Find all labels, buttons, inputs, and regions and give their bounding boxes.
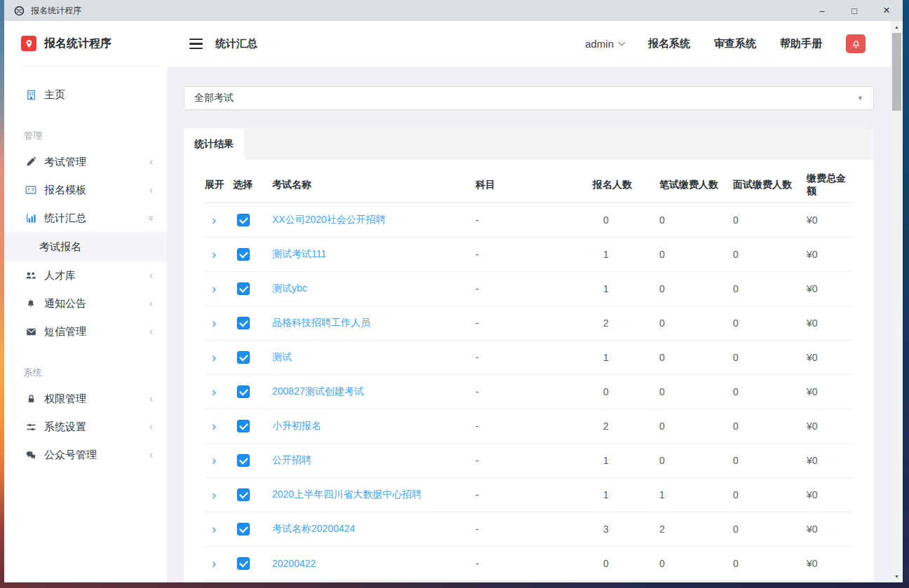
row-checkbox[interactable] (237, 248, 250, 261)
exam-name-link[interactable]: 小升初报名 (272, 420, 321, 431)
row-checkbox[interactable] (237, 488, 250, 501)
exam-name-link[interactable]: 测试考试111 (272, 248, 326, 259)
exam-filter-value: 全部考试 (194, 92, 234, 104)
sidebar-subitem-exam-registration[interactable]: 考试报名 (4, 232, 167, 261)
scroll-up-icon[interactable]: ▲ (891, 25, 903, 29)
exam-name-link[interactable]: 品格科技招聘工作人员 (272, 317, 370, 328)
subject-cell: - (476, 421, 593, 432)
expand-row-icon[interactable]: › (212, 282, 216, 296)
sidebar-section-management: 管理 (4, 130, 167, 142)
exam-name-link[interactable]: 2020上半年四川省大数据中心招聘 (272, 488, 422, 500)
mail-icon (25, 327, 36, 337)
col-written-paid: 笔试缴费人数 (659, 179, 733, 191)
total-fee-cell: ¥0 (807, 386, 853, 397)
sidebar-item-permission-management[interactable]: 权限管理 ‹ (4, 385, 167, 413)
nav-help-manual[interactable]: 帮助手册 (780, 37, 822, 50)
interview-paid-cell: 0 (733, 558, 807, 569)
vertical-scrollbar[interactable]: ▲ ▼ (891, 21, 903, 582)
maximize-button[interactable]: □ (838, 0, 870, 21)
table-row: › 品格科技招聘工作人员 - 2 0 0 ¥0 (205, 306, 853, 341)
interview-paid-cell: 0 (733, 352, 807, 363)
sidebar-item-statistics-summary[interactable]: 统计汇总 « (4, 204, 167, 232)
exam-name-link[interactable]: 公开招聘 (272, 454, 311, 465)
exam-name-link[interactable]: 200827测试创建考试 (272, 385, 364, 397)
exam-filter-select[interactable]: 全部考试 ▼ (184, 86, 874, 110)
expand-row-icon[interactable]: › (212, 419, 216, 433)
expand-row-icon[interactable]: › (212, 453, 216, 467)
sidebar-item-label: 报名模板 (44, 184, 86, 197)
applicants-cell: 0 (593, 214, 659, 226)
sidebar-item-official-account[interactable]: 公众号管理 ‹ (4, 441, 167, 469)
row-checkbox[interactable] (237, 523, 250, 535)
exam-name-link[interactable]: XX公司2020社会公开招聘 (272, 214, 386, 225)
row-checkbox[interactable] (237, 282, 250, 295)
row-checkbox[interactable] (237, 557, 250, 570)
sidebar-item-label: 权限管理 (44, 392, 86, 406)
building-icon (25, 90, 36, 100)
sidebar-item-notices[interactable]: 通知公告 ‹ (4, 289, 167, 317)
total-fee-cell: ¥0 (807, 283, 853, 294)
applicants-cell: 2 (593, 421, 659, 432)
exam-name-link[interactable]: 考试名称20200424 (272, 523, 355, 534)
subject-cell: - (476, 352, 593, 363)
row-checkbox[interactable] (237, 214, 250, 226)
total-fee-cell: ¥0 (807, 489, 853, 500)
window-titlebar: 报名统计程序 – □ × (4, 0, 903, 21)
pencil-icon (25, 157, 36, 167)
interview-paid-cell: 0 (733, 524, 807, 535)
expand-row-icon[interactable]: › (212, 385, 216, 399)
sidebar-item-exam-management[interactable]: 考试管理 ‹ (4, 148, 167, 176)
expand-row-icon[interactable]: › (212, 556, 216, 570)
results-table: 展开 选择 考试名称 科目 报名人数 笔试缴费人数 面试缴费人数 缴费总金额 ›… (184, 160, 874, 581)
sidebar-item-sms-management[interactable]: 短信管理 ‹ (4, 317, 167, 346)
row-checkbox[interactable] (237, 420, 250, 432)
exam-name-link[interactable]: 20200422 (272, 558, 316, 569)
user-dropdown[interactable]: admin (585, 38, 624, 50)
expand-row-icon[interactable]: › (212, 316, 216, 330)
scroll-down-icon[interactable]: ▼ (891, 574, 903, 579)
minimize-button[interactable]: – (806, 0, 838, 21)
top-header: 统计汇总 admin 报名系统 审查系统 帮助手册 (167, 21, 891, 67)
hamburger-menu-icon[interactable] (189, 39, 203, 50)
wallpaper-bottom-strip (0, 582, 909, 588)
subject-cell: - (476, 386, 593, 397)
subject-cell: - (476, 214, 593, 226)
exam-name-link[interactable]: 测试 (272, 351, 292, 362)
chevron-left-icon: ‹ (149, 184, 153, 196)
expand-row-icon[interactable]: › (212, 247, 216, 261)
nav-registration-system[interactable]: 报名系统 (648, 37, 690, 50)
expand-row-icon[interactable]: › (212, 213, 216, 227)
interview-paid-cell: 0 (733, 214, 807, 226)
expand-row-icon[interactable]: › (212, 488, 216, 502)
sidebar-item-talent-pool[interactable]: 人才库 ‹ (4, 261, 167, 289)
wallpaper-right-strip (903, 0, 909, 588)
col-select: 选择 (233, 179, 272, 191)
sidebar-item-home[interactable]: 主页 (4, 81, 167, 109)
subject-cell: - (476, 317, 593, 329)
subject-cell: - (476, 283, 593, 294)
close-button[interactable]: × (870, 0, 903, 21)
applicants-cell: 0 (593, 558, 659, 569)
sidebar-item-system-settings[interactable]: 系统设置 ‹ (4, 413, 167, 441)
scrollbar-thumb[interactable] (892, 33, 901, 111)
chevron-left-icon: ‹ (149, 326, 153, 337)
nav-review-system[interactable]: 审查系统 (714, 37, 756, 50)
total-fee-cell: ¥0 (807, 214, 853, 226)
table-row: › 测试考试111 - 1 0 0 ¥0 (205, 238, 853, 272)
col-exam-name: 考试名称 (272, 179, 476, 191)
expand-row-icon[interactable]: › (212, 350, 216, 364)
tab-statistics-results[interactable]: 统计结果 (184, 128, 244, 160)
written-paid-cell: 0 (659, 249, 733, 260)
written-paid-cell: 0 (659, 214, 733, 226)
expand-row-icon[interactable]: › (212, 522, 216, 536)
table-row: › 考试名称20200424 - 3 2 0 ¥0 (205, 512, 853, 547)
row-checkbox[interactable] (237, 351, 250, 364)
sidebar-item-registration-template[interactable]: 报名模板 ‹ (4, 176, 167, 204)
row-checkbox[interactable] (237, 385, 250, 398)
table-body: › XX公司2020社会公开招聘 - 0 0 0 ¥0 › 测试考试111 - … (205, 203, 853, 581)
row-checkbox[interactable] (237, 454, 250, 467)
notification-bell-button[interactable] (846, 34, 866, 53)
exam-name-link[interactable]: 测试ybc (272, 282, 307, 294)
row-checkbox[interactable] (237, 317, 250, 329)
sidebar-item-label: 短信管理 (44, 325, 86, 339)
